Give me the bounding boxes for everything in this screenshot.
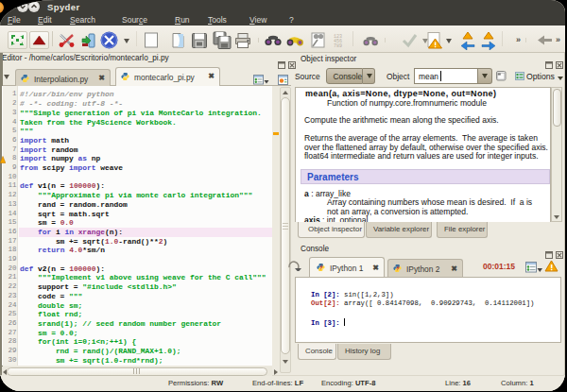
svg-text:789: 789 (334, 43, 342, 47)
